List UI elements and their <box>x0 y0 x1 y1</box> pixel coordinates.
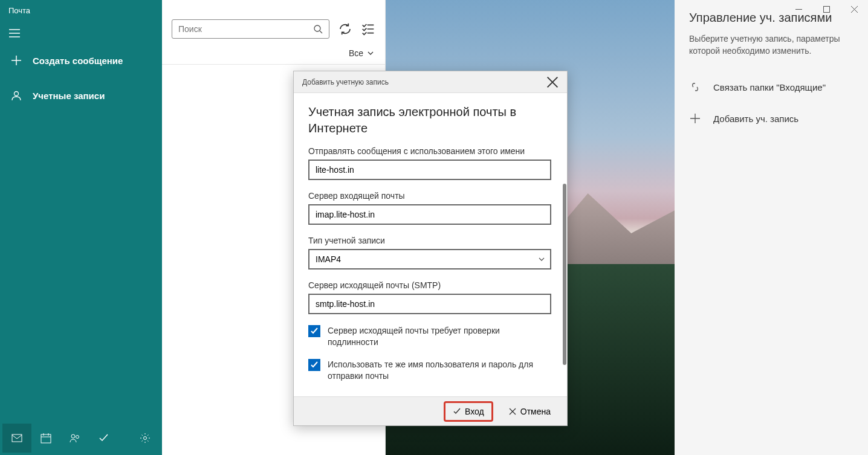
select-icon <box>361 22 375 36</box>
accounts-nav[interactable]: Учетные записи <box>0 83 162 108</box>
svg-rect-7 <box>823 6 829 12</box>
close-icon <box>508 407 517 416</box>
chevron-down-icon <box>367 50 374 57</box>
add-account-label: Добавить уч. запись <box>713 114 798 124</box>
plus-icon <box>11 55 22 66</box>
svg-point-6 <box>314 25 320 31</box>
accounts-panel: Управление уч. записями Выберите учетную… <box>675 0 868 455</box>
todo-tab[interactable] <box>89 424 118 453</box>
mail-tab[interactable] <box>2 424 31 453</box>
gear-icon <box>140 433 151 444</box>
send-name-input[interactable] <box>308 160 551 180</box>
dialog-titlebar: Добавить учетную запись <box>294 71 567 93</box>
add-account-dialog: Добавить учетную запись Учетная запись э… <box>293 71 568 426</box>
signin-button[interactable]: Вход <box>444 401 493 422</box>
check-icon <box>99 433 109 444</box>
dialog-close-button[interactable] <box>546 76 559 88</box>
svg-point-5 <box>144 437 147 440</box>
person-icon <box>11 90 22 101</box>
checkmark-icon <box>453 407 461 416</box>
svg-rect-1 <box>12 434 22 442</box>
sidebar-bottom-bar <box>0 424 162 455</box>
sync-button[interactable] <box>338 22 352 36</box>
svg-point-4 <box>76 436 79 439</box>
outgoing-label: Сервер исходящей почты (SMTP) <box>308 280 551 290</box>
close-window-button[interactable] <box>840 0 868 18</box>
dialog-footer: Вход Отмена <box>294 396 567 425</box>
link-icon <box>689 81 701 93</box>
filter-dropdown[interactable]: Все <box>162 45 385 65</box>
close-icon <box>546 76 559 88</box>
plus-icon <box>689 112 701 124</box>
search-icon <box>313 24 323 34</box>
dialog-body[interactable]: Учетная запись электронной почты в Интер… <box>308 104 552 393</box>
incoming-server-input[interactable] <box>308 204 551 225</box>
settings-button[interactable] <box>131 424 160 453</box>
add-account-button[interactable]: Добавить уч. запись <box>675 103 868 134</box>
dialog-title: Добавить учетную запись <box>302 78 389 86</box>
filter-label: Все <box>349 48 363 58</box>
minimize-button[interactable] <box>785 0 812 18</box>
search-box[interactable] <box>172 19 329 39</box>
signin-label: Вход <box>465 407 484 416</box>
app-title: Почта <box>0 0 162 19</box>
cancel-label: Отмена <box>520 407 551 416</box>
select-mode-button[interactable] <box>361 22 375 36</box>
minimize-icon <box>795 6 802 13</box>
window-controls <box>785 0 868 18</box>
maximize-icon <box>823 6 830 13</box>
outgoing-auth-label: Сервер исходящей почты требует проверки … <box>328 325 551 348</box>
same-creds-label: Использовать те же имя пользователя и па… <box>328 359 551 382</box>
dialog-heading: Учетная запись электронной почты в Интер… <box>308 104 551 137</box>
calendar-icon <box>40 433 51 444</box>
svg-point-0 <box>15 92 19 96</box>
mail-icon <box>11 433 22 444</box>
svg-point-3 <box>71 434 75 438</box>
incoming-label: Сервер входящей почты <box>308 191 551 201</box>
accounts-panel-subtitle: Выберите учетную запись, параметры котор… <box>675 33 868 71</box>
svg-rect-2 <box>41 434 51 443</box>
sync-icon <box>338 22 352 36</box>
send-name-label: Отправлять сообщения с использованием эт… <box>308 146 551 156</box>
same-creds-checkbox[interactable] <box>308 359 320 371</box>
sidebar: Почта Создать сообщение Учетные записи <box>0 0 162 455</box>
cancel-button[interactable]: Отмена <box>500 402 559 421</box>
outgoing-auth-checkbox[interactable] <box>308 325 320 337</box>
calendar-tab[interactable] <box>31 424 60 453</box>
checkmark-icon <box>310 327 319 335</box>
link-inboxes-label: Связать папки "Входящие" <box>713 82 826 92</box>
compose-label: Создать сообщение <box>33 56 123 66</box>
outgoing-server-input[interactable] <box>308 294 551 314</box>
account-type-select[interactable] <box>308 249 551 269</box>
people-icon <box>70 433 80 444</box>
people-tab[interactable] <box>60 424 89 453</box>
accounts-label: Учетные записи <box>33 91 105 101</box>
hamburger-icon <box>9 29 20 37</box>
maximize-button[interactable] <box>812 0 840 18</box>
account-type-label: Тип учетной записи <box>308 236 551 245</box>
hamburger-button[interactable] <box>0 19 29 48</box>
compose-button[interactable]: Создать сообщение <box>0 48 162 73</box>
search-input[interactable] <box>178 24 313 34</box>
dialog-scrollbar[interactable] <box>563 184 566 365</box>
checkmark-icon <box>310 361 319 369</box>
link-inboxes-button[interactable]: Связать папки "Входящие" <box>675 71 868 103</box>
close-icon <box>851 6 858 13</box>
